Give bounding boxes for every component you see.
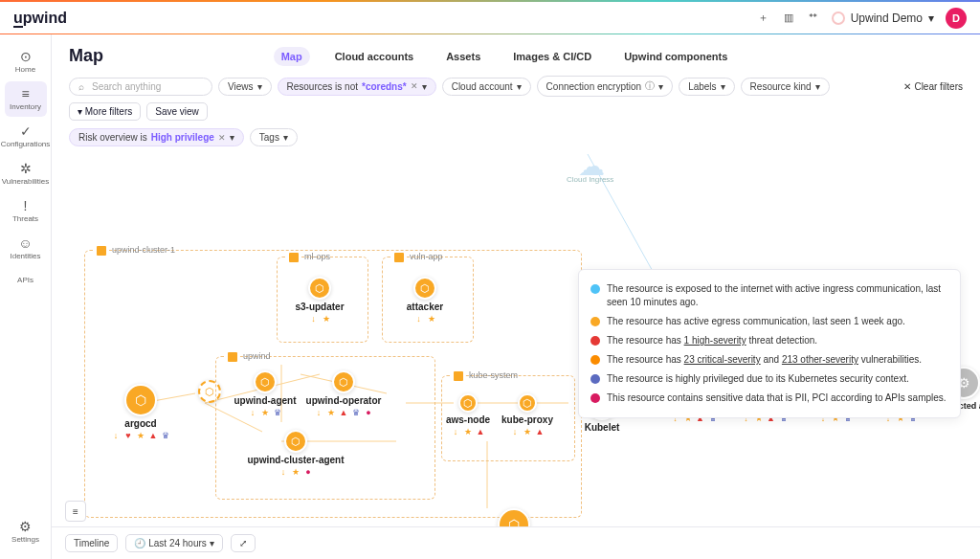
sidebar-item-label: Vulnerabilities [2, 177, 50, 186]
close-icon[interactable]: ✕ [411, 81, 418, 91]
filter-resource-kind[interactable]: Resource kind ▾ [741, 78, 830, 96]
save-view-button[interactable]: Save view [146, 102, 208, 121]
filter-tags[interactable]: Tags ▾ [250, 128, 298, 146]
sidebar-item-identities[interactable]: ☺Identities [5, 231, 47, 266]
nav-icon: ! [24, 199, 28, 212]
sidebar-item-label: Home [15, 65, 35, 74]
node-upwind-operator[interactable]: ⬡upwind-operator↓★▲♛● [301, 370, 387, 418]
filter-labels[interactable]: Labels ▾ [679, 78, 734, 96]
sidebar-item-label: Inventory [10, 102, 41, 111]
nav-icon: ≡ [21, 87, 29, 101]
tab-images-ci-cd[interactable]: Images & CI/CD [505, 47, 599, 66]
expand-button[interactable]: ⤢ [231, 534, 256, 552]
page-title: Map [69, 46, 103, 66]
close-icon[interactable]: ✕ [218, 133, 226, 143]
plus-icon[interactable]: ＋ [757, 11, 770, 25]
sidebar-item-home[interactable]: ⊙Home [5, 44, 47, 79]
tab-upwind-components[interactable]: Upwind components [616, 47, 735, 66]
more-filters-button[interactable]: ▾ More filters [69, 102, 141, 121]
avatar[interactable]: D [946, 8, 967, 29]
tab-cloud-accounts[interactable]: Cloud accounts [327, 47, 422, 66]
cloud-ingress-label: Cloud Ingress [567, 175, 613, 184]
sidebar-item-apis[interactable]: APIs [5, 268, 47, 290]
hex-icon [392, 251, 406, 264]
filter-risk-overview[interactable]: Risk overview is High privilege ✕ ▾ [69, 128, 244, 146]
node-kube-proxy[interactable]: ⬡kube-proxy↓★▲ [484, 393, 570, 437]
map-canvas[interactable]: ☁ Cloud Ingress upwind-cluster-1 ml-ops … [52, 154, 980, 526]
node-attacker[interactable]: ⬡attacker↓★ [382, 277, 468, 324]
node-tooltip: The resource is exposed to the internet … [578, 269, 961, 418]
sidebar-item-settings[interactable]: ⚙ Settings [5, 514, 47, 549]
settings-icon: ⚙ [19, 520, 32, 533]
hex-icon [287, 251, 301, 264]
sidebar-item-inventory[interactable]: ≡Inventory [5, 81, 47, 117]
search-input[interactable]: Search anything [69, 78, 212, 96]
node-s3-updater[interactable]: ⬡s3-updater↓★ [277, 277, 363, 324]
legend-button[interactable]: ≡ [65, 501, 86, 522]
timeline-button[interactable]: Timeline [65, 534, 118, 552]
filter-cloud-account[interactable]: Cloud account ▾ [442, 78, 531, 96]
hex-icon [95, 244, 108, 257]
nav-icon: ✓ [20, 124, 32, 138]
nav-icon: ⊙ [20, 50, 32, 63]
sidebar-item-label: Configurations [1, 140, 51, 148]
clear-filters[interactable]: ✕ Clear filters [903, 81, 963, 92]
views-dropdown[interactable]: Views ▾ [218, 78, 272, 96]
node-ecs-ec2[interactable]: ⬡ECS-EC2↓ [471, 508, 557, 526]
logo: upwind [13, 10, 67, 27]
sidebar-item-label: APIs [17, 276, 33, 284]
sidebar-item-label: Identities [10, 252, 40, 260]
filter-encryption[interactable]: Connection encryption ⓘ ▾ [537, 76, 674, 97]
nav-icon: ✲ [20, 162, 32, 175]
hex-icon [226, 350, 239, 364]
sidebar-item-threats[interactable]: !Threats [5, 193, 47, 229]
hex-icon [452, 369, 465, 383]
sidebar-item-vulnerabilities[interactable]: ✲Vulnerabilities [5, 156, 47, 191]
runner-icon[interactable]: ᕯ [807, 11, 820, 25]
tab-assets[interactable]: Assets [438, 47, 488, 66]
time-range-button[interactable]: 🕘 Last 24 hours ▾ [125, 534, 222, 552]
node-upwind-agent[interactable]: ⬡upwind-agent↓★♛ [222, 370, 308, 418]
nav-icon: ☺ [18, 236, 32, 250]
sidebar-item-label: Settings [11, 535, 39, 544]
node-cluster-agent[interactable]: ⬡upwind-cluster-agent↓★● [253, 430, 339, 478]
sidebar-item-configurations[interactable]: ✓Configurations [5, 119, 47, 154]
tab-map[interactable]: Map [274, 47, 310, 66]
filter-resources[interactable]: Resources is not *coredns* ✕ ▾ [278, 78, 436, 96]
org-switcher[interactable]: Upwind Demo ▾ [832, 11, 934, 25]
book-icon[interactable]: ▥ [782, 11, 795, 25]
sidebar-item-label: Threats [12, 214, 38, 223]
